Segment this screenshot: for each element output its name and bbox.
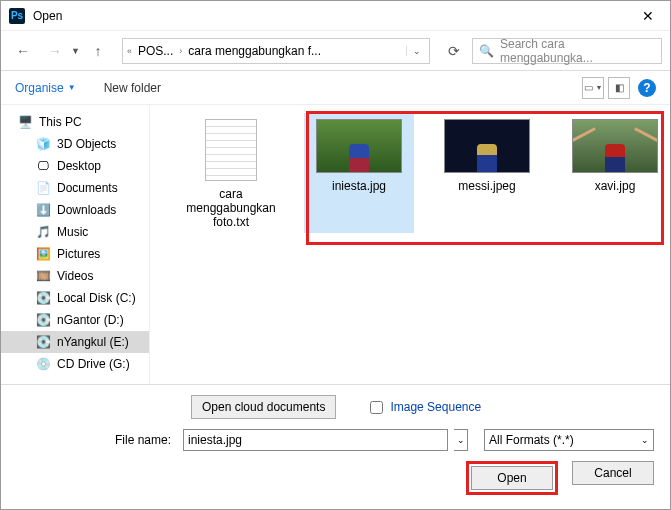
breadcrumb-seg2[interactable]: cara menggabungkan f... <box>184 44 325 58</box>
documents-icon: 📄 <box>35 180 51 196</box>
cube-icon: 🧊 <box>35 136 51 152</box>
breadcrumb-root-chevron[interactable]: « <box>125 46 134 56</box>
preview-pane-button[interactable]: ◧ <box>608 77 630 99</box>
breadcrumb-dropdown[interactable]: ⌄ <box>406 46 427 56</box>
navbar: ← → ▼ ↑ « POS... › cara menggabungkan f.… <box>1 31 670 71</box>
tree-label: 3D Objects <box>57 137 116 151</box>
tree-label: nYangkul (E:) <box>57 335 129 349</box>
search-icon: 🔍 <box>479 44 494 58</box>
pc-icon: 🖥️ <box>17 114 33 130</box>
file-label: iniesta.jpg <box>332 179 386 193</box>
cancel-button[interactable]: Cancel <box>572 461 654 485</box>
refresh-button[interactable]: ⟳ <box>440 37 468 65</box>
file-pane: cara menggabungkan foto.txt iniesta.jpg … <box>150 105 670 384</box>
tree-label: Pictures <box>57 247 100 261</box>
downloads-icon: ⬇️ <box>35 202 51 218</box>
file-label: cara menggabungkan foto.txt <box>178 187 284 229</box>
tree-label: Downloads <box>57 203 116 217</box>
help-button[interactable]: ? <box>638 79 656 97</box>
window-title: Open <box>33 9 625 23</box>
tree-label: CD Drive (G:) <box>57 357 130 371</box>
tree-label: Desktop <box>57 159 101 173</box>
image-sequence-checkbox[interactable]: Image Sequence <box>366 398 481 417</box>
new-folder-button[interactable]: New folder <box>104 81 161 95</box>
organise-button[interactable]: Organise ▼ <box>15 81 76 95</box>
thumbnails-icon: ▭ <box>584 82 593 93</box>
titlebar: Ps Open ✕ <box>1 1 670 31</box>
tree-desktop[interactable]: 🖵Desktop <box>1 155 149 177</box>
open-highlight: Open <box>466 461 558 495</box>
tree-label: Music <box>57 225 88 239</box>
search-input[interactable]: 🔍 Search cara menggabungka... <box>472 38 662 64</box>
history-dropdown[interactable]: ▼ <box>71 46 80 56</box>
tree-this-pc[interactable]: 🖥️ This PC <box>1 111 149 133</box>
tree-pictures[interactable]: 🖼️Pictures <box>1 243 149 265</box>
filename-history-dropdown[interactable]: ⌄ <box>454 429 468 451</box>
cd-icon: 💿 <box>35 356 51 372</box>
open-cloud-button[interactable]: Open cloud documents <box>191 395 336 419</box>
chevron-down-icon: ⌄ <box>641 435 649 445</box>
image-thumbnail <box>444 119 530 173</box>
tree-ngantor-d[interactable]: 💽nGantor (D:) <box>1 309 149 331</box>
file-messi[interactable]: messi.jpeg <box>432 113 542 233</box>
desktop-icon: 🖵 <box>35 158 51 174</box>
file-xavi[interactable]: xavi.jpg <box>560 113 670 233</box>
tree-label: Local Disk (C:) <box>57 291 136 305</box>
file-txt[interactable]: cara menggabungkan foto.txt <box>176 113 286 233</box>
tree-local-c[interactable]: 💽Local Disk (C:) <box>1 287 149 309</box>
filename-input[interactable] <box>183 429 448 451</box>
photoshop-icon: Ps <box>9 8 25 24</box>
footer: Open cloud documents Image Sequence File… <box>1 384 670 509</box>
tree-music[interactable]: 🎵Music <box>1 221 149 243</box>
sidebar: 🖥️ This PC 🧊3D Objects 🖵Desktop 📄Documen… <box>1 105 150 384</box>
file-label: messi.jpeg <box>458 179 515 193</box>
filter-label: All Formats (*.*) <box>489 433 574 447</box>
breadcrumb-seg1[interactable]: POS... <box>134 44 177 58</box>
drive-icon: 💽 <box>35 334 51 350</box>
up-button[interactable]: ↑ <box>84 37 112 65</box>
music-icon: 🎵 <box>35 224 51 240</box>
tree-3d-objects[interactable]: 🧊3D Objects <box>1 133 149 155</box>
close-button[interactable]: ✕ <box>625 1 670 31</box>
tree-nyangkul-e[interactable]: 💽nYangkul (E:) <box>1 331 149 353</box>
drive-icon: 💽 <box>35 312 51 328</box>
tree-label: Videos <box>57 269 93 283</box>
pictures-icon: 🖼️ <box>35 246 51 262</box>
open-dialog: Ps Open ✕ ← → ▼ ↑ « POS... › cara mengga… <box>0 0 671 510</box>
forward-button[interactable]: → <box>41 37 69 65</box>
image-thumbnail <box>316 119 402 173</box>
filename-label: File name: <box>1 433 177 447</box>
tree-cd-g[interactable]: 💿CD Drive (G:) <box>1 353 149 375</box>
search-placeholder: Search cara menggabungka... <box>500 37 655 65</box>
view-mode-button[interactable]: ▭ ▼ <box>582 77 604 99</box>
organise-label: Organise <box>15 81 64 95</box>
tree-label: This PC <box>39 115 82 129</box>
image-sequence-input[interactable] <box>370 401 383 414</box>
tree-videos[interactable]: 🎞️Videos <box>1 265 149 287</box>
tree-downloads[interactable]: ⬇️Downloads <box>1 199 149 221</box>
drive-icon: 💽 <box>35 290 51 306</box>
image-sequence-label: Image Sequence <box>390 400 481 414</box>
tree-documents[interactable]: 📄Documents <box>1 177 149 199</box>
chevron-down-icon: ▼ <box>596 84 603 91</box>
file-label: xavi.jpg <box>595 179 636 193</box>
back-button[interactable]: ← <box>9 37 37 65</box>
tree-label: nGantor (D:) <box>57 313 124 327</box>
open-button[interactable]: Open <box>471 466 553 490</box>
chevron-right-icon: › <box>177 46 184 56</box>
toolbar: Organise ▼ New folder ▭ ▼ ◧ ? <box>1 71 670 105</box>
chevron-down-icon: ▼ <box>68 83 76 92</box>
pane-icon: ◧ <box>615 82 624 93</box>
text-file-icon <box>205 119 257 181</box>
file-iniesta[interactable]: iniesta.jpg <box>304 113 414 233</box>
file-filter-select[interactable]: All Formats (*.*) ⌄ <box>484 429 654 451</box>
breadcrumb[interactable]: « POS... › cara menggabungkan f... ⌄ <box>122 38 430 64</box>
videos-icon: 🎞️ <box>35 268 51 284</box>
tree-label: Documents <box>57 181 118 195</box>
image-thumbnail <box>572 119 658 173</box>
